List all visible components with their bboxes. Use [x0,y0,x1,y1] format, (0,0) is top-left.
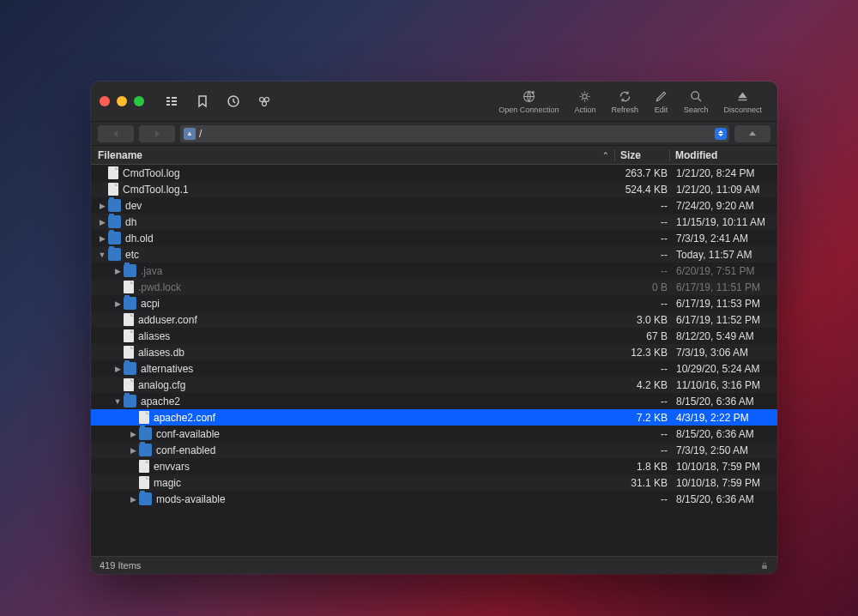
folder-icon [108,232,121,245]
file-size: -- [618,363,673,375]
refresh-button[interactable]: Refresh [611,89,638,114]
up-button[interactable] [734,125,770,142]
file-size: 31.1 KB [618,477,673,489]
file-size: 524.4 KB [618,184,673,196]
file-icon [108,166,118,179]
lock-icon [760,561,769,570]
disclosure-icon[interactable]: ▶ [112,299,124,308]
action-label: Action [574,106,595,114]
file-size: 3.0 KB [618,314,673,326]
file-list[interactable]: CmdTool.log263.7 KB1/21/20, 8:24 PMCmdTo… [91,165,777,556]
file-name: aliases.db [138,347,618,359]
bonjour-button[interactable] [252,92,276,111]
back-button[interactable] [98,125,134,142]
edit-label: Edit [655,106,668,114]
path-dropdown-icon[interactable] [715,128,727,140]
action-button[interactable]: Action [574,89,595,114]
maximize-button[interactable] [134,96,144,106]
file-row[interactable]: ▶mods-available--8/15/20, 6:36 AM [91,491,777,507]
file-row[interactable]: adduser.conf3.0 KB6/17/19, 11:52 PM [91,311,777,328]
file-row[interactable]: analog.cfg4.2 KB11/10/16, 3:16 PM [91,377,777,393]
bookmarks-button[interactable] [190,92,214,111]
file-row[interactable]: ▶alternatives--10/29/20, 5:24 AM [91,360,777,377]
file-row[interactable]: aliases67 B8/12/20, 5:49 AM [91,328,777,344]
file-row[interactable]: ▶acpi--6/17/19, 11:53 PM [91,295,777,311]
disclosure-icon[interactable]: ▶ [96,218,108,226]
file-name: aliases [138,330,618,342]
file-row[interactable]: ▶dh.old--7/3/19, 2:41 AM [91,230,777,246]
svg-rect-1 [166,100,170,102]
disclosure-icon[interactable]: ▶ [127,446,139,455]
file-size: 0 B [618,281,673,293]
file-row[interactable]: ▼apache2--8/15/20, 6:36 AM [91,393,777,409]
disclosure-icon[interactable]: ▶ [96,234,108,243]
svg-rect-4 [172,100,177,102]
disclosure-icon[interactable]: ▶ [127,495,139,504]
filename-header[interactable]: Filename ⌃ [98,149,614,161]
file-size: 263.7 KB [618,167,673,179]
svg-rect-0 [166,97,170,99]
file-size: -- [618,249,673,261]
edit-button[interactable]: Edit [654,89,668,114]
modified-header[interactable]: Modified [669,149,770,161]
path-input[interactable]: ▲ / [180,125,729,142]
file-row[interactable]: CmdTool.log.1524.4 KB1/21/20, 11:09 AM [91,181,777,197]
disconnect-button[interactable]: Disconnect [723,89,762,114]
file-modified: 8/12/20, 5:49 AM [673,330,777,342]
file-modified: 4/3/19, 2:22 PM [673,412,777,424]
file-row[interactable]: ▼etc--Today, 11:57 AM [91,246,777,263]
disclosure-icon[interactable]: ▼ [96,251,108,259]
file-row[interactable]: magic31.1 KB10/10/18, 7:59 PM [91,474,777,491]
search-button[interactable]: Search [684,89,709,114]
svg-point-7 [260,98,264,102]
size-header[interactable]: Size [614,149,669,161]
folder-icon [139,444,152,456]
file-row[interactable]: ▶dev--7/24/20, 9:20 AM [91,197,777,214]
svg-point-8 [265,98,269,102]
file-row[interactable]: ▶dh--11/15/19, 10:11 AM [91,214,777,230]
history-button[interactable] [221,92,245,111]
disclosure-icon[interactable]: ▶ [96,202,108,210]
close-button[interactable] [100,96,110,106]
navigation-bar: ▲ / [91,122,777,146]
browser-view-button[interactable] [160,92,184,111]
file-modified: 8/15/20, 6:36 AM [673,428,777,440]
svg-rect-5 [172,104,177,106]
file-name: conf-available [156,428,618,440]
status-bar: 419 Items [91,556,777,574]
folder-icon [108,199,121,212]
file-modified: 6/17/19, 11:52 PM [673,314,777,326]
toolbar-actions: Open Connection Action Refresh Edit Sear… [498,89,769,114]
file-size: 12.3 KB [618,347,673,359]
file-modified: 7/3/19, 2:41 AM [673,233,777,245]
traffic-lights [100,96,144,106]
file-icon [124,346,134,359]
disclosure-icon[interactable]: ▼ [112,397,124,406]
file-size: 7.2 KB [618,412,673,424]
disclosure-icon[interactable]: ▶ [112,267,124,275]
file-modified: 10/29/20, 5:24 AM [673,363,777,375]
svg-point-12 [692,91,699,99]
sort-indicator-icon: ⌃ [602,151,609,160]
column-headers: Filename ⌃ Size Modified [91,146,777,165]
file-name: adduser.conf [138,314,618,326]
file-row[interactable]: ▶.java--6/20/19, 7:51 PM [91,263,777,279]
folder-icon [124,264,136,277]
file-row[interactable]: aliases.db12.3 KB7/3/19, 3:06 AM [91,344,777,360]
open-connection-button[interactable]: Open Connection [498,89,559,114]
file-row[interactable]: CmdTool.log263.7 KB1/21/20, 8:24 PM [91,165,777,181]
file-row[interactable]: ▶conf-available--8/15/20, 6:36 AM [91,426,777,442]
minimize-button[interactable] [117,96,127,106]
file-name: .java [141,265,618,277]
file-row[interactable]: .pwd.lock0 B6/17/19, 11:51 PM [91,279,777,295]
folder-icon [108,248,121,261]
forward-button[interactable] [139,125,175,142]
disclosure-icon[interactable]: ▶ [127,430,139,438]
disclosure-icon[interactable]: ▶ [112,365,124,373]
file-name: acpi [141,298,618,310]
file-row[interactable]: ▶conf-enabled--7/3/19, 2:50 AM [91,442,777,458]
file-row[interactable]: apache2.conf7.2 KB4/3/19, 2:22 PM [91,409,777,426]
file-icon [124,281,134,293]
folder-icon [124,362,136,375]
file-row[interactable]: envvars1.8 KB10/10/18, 7:59 PM [91,458,777,474]
